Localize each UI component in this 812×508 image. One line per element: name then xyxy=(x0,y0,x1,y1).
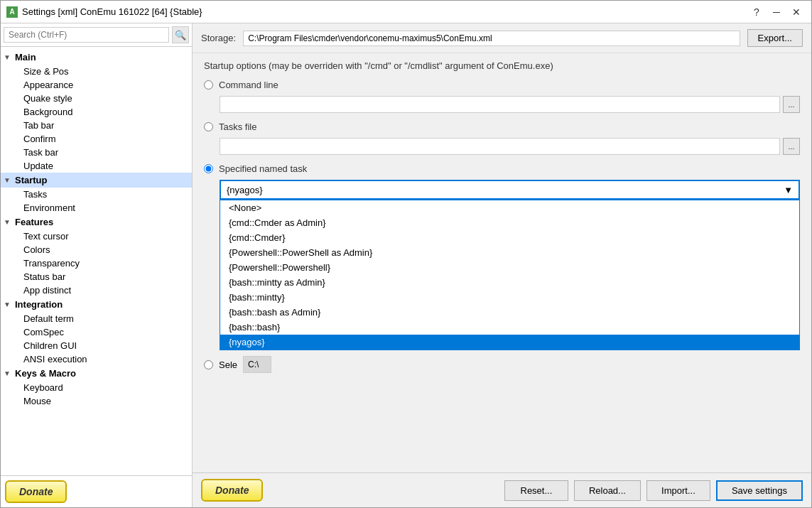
sidebar-item-background[interactable]: Background xyxy=(1,105,192,119)
storage-bar: Storage: Export... xyxy=(193,23,811,53)
search-button[interactable]: 🔍 xyxy=(172,26,189,43)
named-task-radio[interactable] xyxy=(204,164,213,173)
storage-label: Storage: xyxy=(201,33,236,43)
sidebar-item-tasks-label: Tasks xyxy=(23,189,47,200)
help-button[interactable]: ? xyxy=(747,4,766,20)
sidebar-item-children-gui[interactable]: Children GUI xyxy=(1,339,192,352)
sidebar-item-keys-macro[interactable]: ▼ Keys & Macro xyxy=(1,366,192,381)
sidebar-item-app-distinct-label: App distinct xyxy=(23,285,71,296)
storage-path-input[interactable] xyxy=(243,31,740,46)
sidebar-item-quake-style-label: Quake style xyxy=(23,93,72,104)
sidebar-item-status-bar[interactable]: Status bar xyxy=(1,270,192,283)
dropdown-item-cmd-cmder[interactable]: {cmd::Cmder} xyxy=(220,230,799,245)
sidebar-item-ansi-execution-label: ANSI execution xyxy=(23,354,87,364)
sidebar-item-quake-style[interactable]: Quake style xyxy=(1,92,192,105)
sidebar-item-comspec-label: ComSpec xyxy=(23,327,64,337)
sidebar-item-colors[interactable]: Colors xyxy=(1,243,192,256)
dropdown-item-bash-mintty[interactable]: {bash::mintty} xyxy=(220,290,799,305)
sidebar-item-mouse-label: Mouse xyxy=(23,396,51,406)
sidebar-item-size-pos[interactable]: Size & Pos xyxy=(1,65,192,78)
sidebar-item-tasks[interactable]: Tasks xyxy=(1,188,192,201)
dropdown-item-none[interactable]: <None> xyxy=(220,200,799,215)
sidebar-item-transparency[interactable]: Transparency xyxy=(1,256,192,270)
sidebar-item-features[interactable]: ▼ Features xyxy=(1,215,192,229)
sidebar-item-integration-label: Integration xyxy=(15,299,63,310)
bottom-donate-button[interactable]: Donate xyxy=(201,479,263,502)
dropdown-item-ps[interactable]: {Powershell::Powershell} xyxy=(220,260,799,275)
save-settings-button[interactable]: Save settings xyxy=(716,480,803,501)
collapse-icon: ▼ xyxy=(4,53,12,61)
collapse-icon-features: ▼ xyxy=(4,218,12,226)
named-task-option-row: Specified named task xyxy=(204,163,800,174)
sidebar-item-environment[interactable]: Environment xyxy=(1,201,192,215)
startup-hint: Startup options (may be overriden with "… xyxy=(204,60,800,71)
sidebar: 🔍 ▼ Main Size & Pos Appearance Quake sty… xyxy=(1,23,193,507)
tasks-file-radio[interactable] xyxy=(204,122,213,131)
cmd-line-radio[interactable] xyxy=(204,80,213,90)
sidebar-item-startup-label: Startup xyxy=(15,175,48,185)
extra-radio[interactable] xyxy=(204,360,213,369)
named-task-dropdown-list[interactable]: <None> {cmd::Cmder as Admin} {cmd::Cmder… xyxy=(220,200,800,350)
reload-button[interactable]: Reload... xyxy=(574,480,641,501)
sidebar-item-app-distinct[interactable]: App distinct xyxy=(1,283,192,297)
sidebar-item-text-cursor[interactable]: Text cursor xyxy=(1,229,192,243)
donate-button[interactable]: Donate xyxy=(5,480,67,503)
sidebar-item-children-gui-label: Children GUI xyxy=(23,340,77,351)
sidebar-item-update-label: Update xyxy=(23,161,53,171)
dropdown-selected-value: {nyagos} xyxy=(227,185,263,195)
cmd-line-browse-button[interactable]: ... xyxy=(783,96,800,113)
dropdown-item-nyagos[interactable]: {nyagos} xyxy=(220,335,799,350)
sidebar-item-appearance[interactable]: Appearance xyxy=(1,78,192,92)
dropdown-item-bash-admin[interactable]: {bash::bash as Admin} xyxy=(220,305,799,320)
import-button[interactable]: Import... xyxy=(646,480,710,501)
sidebar-item-integration[interactable]: ▼ Integration xyxy=(1,297,192,312)
tasks-file-browse-button[interactable]: ... xyxy=(783,138,800,155)
app-icon: A xyxy=(6,6,18,18)
dropdown-item-bash-mintty-admin[interactable]: {bash::mintty as Admin} xyxy=(220,275,799,290)
cmd-line-input[interactable] xyxy=(220,96,780,113)
sidebar-item-main[interactable]: ▼ Main xyxy=(1,50,192,65)
dropdown-item-bash[interactable]: {bash::bash} xyxy=(220,320,799,335)
sidebar-item-text-cursor-label: Text cursor xyxy=(23,231,69,242)
sidebar-item-ansi-execution[interactable]: ANSI execution xyxy=(1,352,192,366)
sidebar-item-task-bar[interactable]: Task bar xyxy=(1,146,192,159)
named-task-dropdown-header[interactable]: {nyagos} ▼ xyxy=(220,180,800,200)
dropdown-item-cmd-cmder-admin[interactable]: {cmd::Cmder as Admin} xyxy=(220,215,799,230)
export-button[interactable]: Export... xyxy=(747,29,803,47)
extra-radio-row: Sele xyxy=(204,356,800,373)
sidebar-item-tab-bar[interactable]: Tab bar xyxy=(1,119,192,132)
sidebar-item-comspec[interactable]: ComSpec xyxy=(1,325,192,339)
title-bar-left: A Settings [xml] ConEmu 161022 [64] {Sta… xyxy=(6,6,202,18)
tasks-file-input[interactable] xyxy=(220,138,780,155)
sidebar-item-startup[interactable]: ▼ Startup xyxy=(1,173,192,188)
reset-button[interactable]: Reset... xyxy=(504,480,568,501)
sidebar-item-confirm[interactable]: Confirm xyxy=(1,132,192,146)
sidebar-item-keys-macro-label: Keys & Macro xyxy=(15,368,76,379)
sidebar-item-keyboard-label: Keyboard xyxy=(23,382,63,393)
collapse-icon-keys: ▼ xyxy=(4,369,12,377)
title-bar-controls: ? ─ ✕ xyxy=(747,4,806,20)
search-input[interactable] xyxy=(4,27,169,43)
sidebar-item-tab-bar-label: Tab bar xyxy=(23,120,54,131)
tree-nav: ▼ Main Size & Pos Appearance Quake style… xyxy=(1,47,192,475)
minimize-button[interactable]: ─ xyxy=(767,4,786,20)
sidebar-item-mouse[interactable]: Mouse xyxy=(1,394,192,408)
sidebar-item-keyboard[interactable]: Keyboard xyxy=(1,381,192,394)
tasks-file-input-row: ... xyxy=(204,138,800,155)
sidebar-item-appearance-label: Appearance xyxy=(23,80,73,90)
bottom-bar: Donate Reset... Reload... Import... Save… xyxy=(193,472,811,507)
sidebar-item-update[interactable]: Update xyxy=(1,159,192,173)
tasks-file-option-row: Tasks file xyxy=(204,121,800,132)
dropdown-item-ps-admin[interactable]: {Powershell::PowerShell as Admin} xyxy=(220,245,799,260)
sidebar-item-default-term[interactable]: Default term xyxy=(1,312,192,325)
path-short-input[interactable] xyxy=(243,356,271,373)
sidebar-item-features-label: Features xyxy=(15,217,53,227)
sidebar-item-background-label: Background xyxy=(23,107,72,117)
close-button[interactable]: ✕ xyxy=(787,4,806,20)
sidebar-item-default-term-label: Default term xyxy=(23,313,74,324)
main-content: 🔍 ▼ Main Size & Pos Appearance Quake sty… xyxy=(1,23,811,507)
cmd-line-input-row: ... xyxy=(204,96,800,113)
sidebar-item-confirm-label: Confirm xyxy=(23,134,56,144)
right-panel: Storage: Export... Startup options (may … xyxy=(193,23,811,507)
search-icon: 🔍 xyxy=(175,30,186,40)
